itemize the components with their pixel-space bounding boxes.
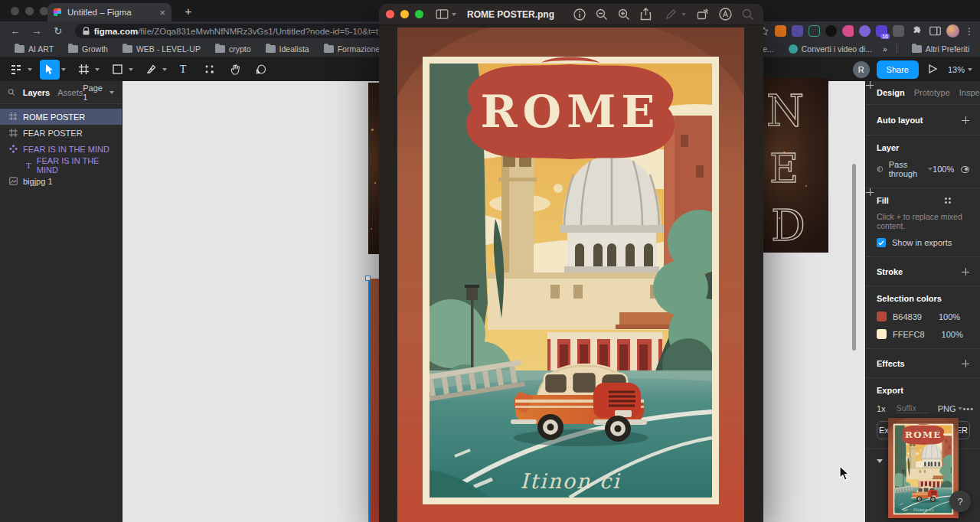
add-fill-icon[interactable]	[962, 197, 969, 204]
shape-tool[interactable]	[107, 60, 127, 80]
search-icon[interactable]	[8, 88, 15, 96]
close-preview-button[interactable]	[386, 10, 394, 18]
bookmark-item[interactable]: WEB - LEVEL-UP	[119, 44, 201, 54]
layer-row-fear-component[interactable]: FEAR IS IN THE MIND	[0, 141, 122, 157]
add-auto-layout-icon[interactable]	[962, 116, 969, 124]
zoom-preview-button[interactable]	[415, 10, 423, 18]
chevron-down-icon[interactable]	[681, 13, 686, 16]
bookmarks-overflow-chevron[interactable]: »	[883, 44, 887, 54]
preview-disclosure-icon[interactable]	[877, 459, 883, 463]
preview-sidebar-icon[interactable]	[436, 9, 449, 19]
bookmark-item[interactable]: AI ART	[11, 44, 54, 54]
side-panel-icon[interactable]	[929, 26, 941, 36]
preview-titlebar[interactable]: ROME POSTER.png	[379, 4, 763, 25]
export-preview-thumbnail[interactable]	[888, 418, 959, 518]
preview-window[interactable]: ROME POSTER.png	[379, 4, 763, 522]
export-scale[interactable]: 1x	[877, 404, 886, 413]
extension-dark-circle-icon[interactable]	[825, 25, 837, 37]
chevron-down-icon[interactable]	[109, 91, 114, 94]
page-selector[interactable]: Page 1	[83, 83, 106, 102]
hand-tool[interactable]	[225, 60, 245, 80]
chevron-down-icon[interactable]	[61, 68, 66, 71]
present-button[interactable]	[928, 63, 937, 77]
share-button[interactable]: Share	[877, 60, 919, 79]
minimize-preview-button[interactable]	[400, 10, 409, 18]
fill-styles-icon[interactable]	[945, 197, 951, 204]
bookmark-item[interactable]: Growth	[64, 44, 108, 54]
add-export-icon[interactable]	[962, 387, 969, 394]
browser-menu-icon[interactable]: ⋮	[965, 26, 974, 37]
close-window-button[interactable]	[11, 7, 19, 15]
extension-badge-icon[interactable]: 16	[876, 25, 887, 37]
layer-row-fear-text[interactable]: T FEAR IS IN THE MIND	[0, 157, 122, 173]
help-button[interactable]: ?	[949, 491, 971, 512]
text-tool[interactable]: T	[173, 60, 193, 80]
selection-color-row[interactable]: B64839 100%	[877, 312, 969, 321]
visibility-eye-icon[interactable]	[961, 166, 969, 173]
resources-tool[interactable]	[199, 60, 219, 80]
extension-n-icon[interactable]	[808, 25, 820, 37]
new-tab-button[interactable]: +	[182, 5, 194, 18]
browser-tab[interactable]: Untitled – Figma ×	[47, 3, 172, 21]
canvas-scrollbar[interactable]	[852, 164, 856, 351]
reload-icon[interactable]: ↻	[52, 25, 64, 37]
info-icon[interactable]	[573, 8, 586, 21]
zoom-menu[interactable]: 13%	[948, 65, 972, 74]
annotate-icon[interactable]	[719, 8, 732, 21]
pen-tool[interactable]	[141, 60, 161, 80]
markup-pen-icon[interactable]	[665, 8, 677, 20]
share-icon[interactable]	[640, 8, 652, 21]
tab-assets[interactable]: Assets	[57, 88, 83, 97]
chevron-down-icon[interactable]	[452, 13, 456, 16]
bookmark-item[interactable]: Converti i video di...	[785, 44, 872, 54]
export-suffix-input[interactable]	[897, 403, 929, 413]
selection-handle[interactable]	[365, 276, 371, 281]
extension-metamask-icon[interactable]	[775, 25, 786, 37]
chevron-down-icon[interactable]	[95, 68, 100, 71]
fear-poster-canvas-sliver[interactable]	[368, 83, 379, 254]
zoom-out-icon[interactable]	[596, 8, 608, 21]
extension-ghost-icon[interactable]	[859, 25, 871, 37]
bookmark-item[interactable]: Formazione	[320, 44, 380, 54]
selection-color-row[interactable]: FFEFC8 100%	[877, 329, 969, 339]
back-icon[interactable]: ←	[9, 25, 21, 37]
layer-row-bigjpg[interactable]: bigjpg 1	[0, 173, 122, 189]
remove-export-icon[interactable]	[943, 387, 951, 394]
extension-code-icon[interactable]	[893, 25, 904, 37]
layer-row-fear-poster[interactable]: FEAR POSTER	[0, 125, 122, 141]
fear-poster-canvas-fragment[interactable]: N E D	[763, 78, 828, 253]
move-tool[interactable]	[40, 60, 60, 80]
color-swatch[interactable]	[877, 312, 887, 321]
bookmark-item[interactable]: crypto	[211, 44, 251, 54]
chevron-down-icon[interactable]	[28, 68, 32, 71]
chevron-down-icon[interactable]	[129, 68, 133, 71]
color-swatch[interactable]	[877, 329, 887, 339]
user-avatar[interactable]: R	[853, 61, 870, 78]
tab-close-icon[interactable]: ×	[159, 8, 165, 18]
rome-poster-canvas-sliver[interactable]	[368, 279, 379, 522]
zoom-in-icon[interactable]	[618, 8, 630, 21]
extension-purple-icon[interactable]	[792, 25, 803, 37]
other-bookmarks[interactable]: Altri Preferiti	[908, 44, 969, 54]
layer-row-rome-poster[interactable]: ROME POSTER	[0, 109, 122, 125]
export-format[interactable]: PNG	[938, 404, 956, 413]
bookmark-item[interactable]: Idealista	[262, 44, 309, 54]
export-options-icon[interactable]: •••	[962, 404, 974, 413]
blend-mode-icon[interactable]	[877, 165, 884, 174]
show-in-exports-checkbox[interactable]	[877, 238, 886, 247]
blend-mode-value[interactable]: Pass through	[889, 160, 925, 178]
search-icon[interactable]	[742, 8, 754, 21]
tab-inspect[interactable]: Inspect	[959, 88, 980, 97]
frame-tool[interactable]	[74, 60, 93, 80]
tab-prototype[interactable]: Prototype	[914, 88, 950, 97]
minimize-window-button[interactable]	[25, 7, 34, 15]
extension-key-icon[interactable]	[842, 25, 854, 37]
chevron-down-icon[interactable]	[162, 68, 167, 71]
rotate-icon[interactable]	[697, 8, 709, 20]
forward-icon[interactable]: →	[31, 25, 43, 37]
add-effect-icon[interactable]	[962, 360, 969, 367]
browser-avatar[interactable]	[946, 24, 959, 38]
main-menu-icon[interactable]	[6, 60, 26, 80]
layer-opacity[interactable]: 100%	[933, 165, 954, 174]
tab-layers[interactable]: Layers	[23, 88, 50, 97]
